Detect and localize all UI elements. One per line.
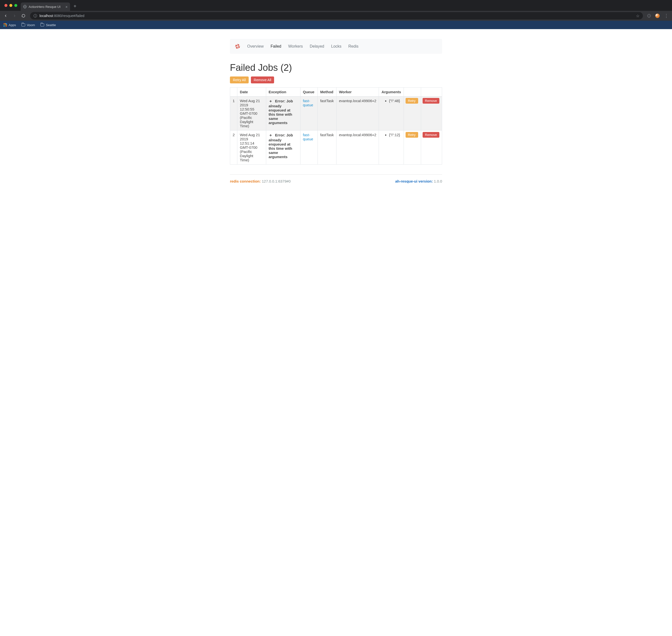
- queue-link[interactable]: fast-queue: [303, 99, 313, 107]
- cell-arguments: {"i":48}: [379, 97, 403, 131]
- redis-value: 127.0.0.1:6379#0: [262, 179, 291, 183]
- table-row: 1 Wed Aug 21 2019 12:50:55 GMT-0700 (Pac…: [230, 97, 442, 131]
- apps-icon: [3, 23, 7, 27]
- tab-title: ActionHero Resque UI: [28, 5, 60, 8]
- retry-button[interactable]: Retry: [406, 132, 418, 138]
- menu-icon[interactable]: ⋮: [664, 14, 669, 18]
- redis-label: redis connection:: [230, 179, 261, 183]
- expand-icon[interactable]: ＋: [269, 99, 273, 104]
- page-content: Overview Failed Workers Delayed Locks Re…: [0, 29, 672, 193]
- forward-button[interactable]: [12, 14, 17, 18]
- tab-close-icon[interactable]: ×: [65, 5, 67, 9]
- nav-redis[interactable]: Redis: [348, 44, 358, 48]
- browser-tab[interactable]: ActionHero Resque UI ×: [21, 2, 70, 11]
- remove-button[interactable]: Remove: [422, 98, 439, 104]
- reload-button[interactable]: [21, 14, 26, 18]
- queue-link[interactable]: fast-queue: [303, 133, 313, 141]
- url-input[interactable]: i localhost:8080/resque#/failed ☆: [30, 12, 643, 19]
- footer-version: ah-resque-ui version: 1.0.0: [395, 179, 442, 183]
- bookmark-apps[interactable]: Apps: [3, 23, 16, 27]
- cell-method: fastTask: [317, 131, 336, 164]
- nav-delayed[interactable]: Delayed: [310, 44, 324, 48]
- folder-icon: [40, 23, 44, 26]
- window-zoom-button[interactable]: [14, 4, 17, 7]
- retry-all-button[interactable]: Retry All: [230, 77, 249, 83]
- title-bar: ActionHero Resque UI × +: [0, 0, 672, 11]
- cell-exception: ＋ Error: Job already enqueued at this ti…: [266, 131, 300, 164]
- svg-point-1: [237, 46, 238, 47]
- cell-idx: 1: [230, 97, 237, 131]
- site-info-icon[interactable]: i: [647, 14, 651, 18]
- cell-queue: fast-queue: [300, 131, 317, 164]
- url-text: localhost:8080/resque#/failed: [39, 14, 84, 18]
- th-idx: [230, 87, 237, 97]
- cell-date: Wed Aug 21 2019 12:51:14 GMT-0700 (Pacif…: [237, 131, 266, 164]
- bookmark-seattle[interactable]: Seattle: [40, 23, 56, 27]
- page-title: Failed Jobs (2): [230, 62, 442, 73]
- bookmark-label: Seattle: [46, 23, 56, 27]
- retry-button[interactable]: Retry: [406, 98, 418, 104]
- globe-icon: [23, 5, 27, 8]
- cell-remove: Remove: [421, 97, 442, 131]
- footer-redis: redis connection: 127.0.0.1:6379#0: [230, 179, 291, 183]
- traffic-lights: [4, 4, 17, 7]
- url-path: :8080/resque#/failed: [53, 14, 84, 18]
- cell-method: fastTask: [317, 97, 336, 131]
- cell-arguments: {"i":12}: [379, 131, 403, 164]
- table-row: 2 Wed Aug 21 2019 12:51:14 GMT-0700 (Pac…: [230, 131, 442, 164]
- nav-workers[interactable]: Workers: [288, 44, 303, 48]
- nav-failed[interactable]: Failed: [271, 44, 281, 48]
- th-arguments: Arguments: [379, 87, 403, 97]
- cell-worker: evantop.local:49906+2: [336, 131, 379, 164]
- folder-icon: [21, 23, 25, 26]
- argument-item: {"i":12}: [389, 133, 400, 137]
- bookmark-label: Apps: [8, 23, 16, 27]
- new-tab-button[interactable]: +: [74, 3, 77, 9]
- nav-locks[interactable]: Locks: [331, 44, 341, 48]
- cell-worker: evantop.local:49906+2: [336, 97, 379, 131]
- th-worker: Worker: [336, 87, 379, 97]
- info-icon[interactable]: i: [34, 14, 37, 18]
- bookmark-label: Voom: [27, 23, 35, 27]
- browser-window: ActionHero Resque UI × + i localhost:808…: [0, 0, 672, 193]
- nav-overview[interactable]: Overview: [247, 44, 264, 48]
- expand-icon[interactable]: ＋: [269, 133, 273, 138]
- cell-retry: Retry: [403, 97, 421, 131]
- version-label: ah-resque-ui version:: [395, 179, 433, 183]
- address-bar: i localhost:8080/resque#/failed ☆ i ⋮: [0, 11, 672, 21]
- url-host: localhost: [39, 14, 53, 18]
- app-nav: Overview Failed Workers Delayed Locks Re…: [230, 39, 442, 54]
- cell-remove: Remove: [421, 131, 442, 164]
- window-minimize-button[interactable]: [9, 4, 12, 7]
- window-close-button[interactable]: [4, 4, 7, 7]
- bulk-actions: Retry All Remove All: [230, 77, 442, 83]
- remove-button[interactable]: Remove: [422, 132, 439, 138]
- cell-date: Wed Aug 21 2019 12:50:55 GMT-0700 (Pacif…: [237, 97, 266, 131]
- th-retry: [403, 87, 421, 97]
- profile-avatar[interactable]: [655, 14, 660, 18]
- remove-all-button[interactable]: Remove All: [251, 77, 274, 83]
- bookmark-voom[interactable]: Voom: [21, 23, 35, 27]
- cell-exception: ＋ Error: Job already enqueued at this ti…: [266, 97, 300, 131]
- bookmarks-bar: Apps Voom Seattle: [0, 21, 672, 29]
- url-right-controls: ☆: [636, 14, 639, 18]
- cell-retry: Retry: [403, 131, 421, 164]
- back-button[interactable]: [3, 14, 8, 18]
- cell-idx: 2: [230, 131, 237, 164]
- tabs-strip: ActionHero Resque UI × +: [21, 0, 77, 11]
- footer: redis connection: 127.0.0.1:6379#0 ah-re…: [230, 174, 442, 183]
- th-queue: Queue: [300, 87, 317, 97]
- failed-jobs-table: Date Exception Queue Method Worker Argum…: [230, 87, 442, 164]
- bookmark-star-icon[interactable]: ☆: [636, 14, 639, 18]
- cell-queue: fast-queue: [300, 97, 317, 131]
- th-method: Method: [317, 87, 336, 97]
- argument-item: {"i":48}: [389, 99, 400, 103]
- version-value: 1.0.0: [434, 179, 442, 183]
- th-date: Date: [237, 87, 266, 97]
- th-exception: Exception: [266, 87, 300, 97]
- table-header-row: Date Exception Queue Method Worker Argum…: [230, 87, 442, 97]
- th-remove: [421, 87, 442, 97]
- logo-icon: [235, 44, 240, 49]
